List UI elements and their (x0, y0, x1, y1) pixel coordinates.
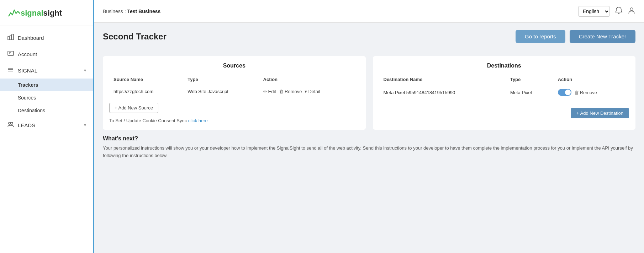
svg-point-11 (630, 8, 633, 11)
logo-text: signalsight (21, 9, 62, 18)
destinations-table: Destination Name Type Action Meta Pixel … (379, 74, 629, 99)
two-column-layout: Sources Source Name Type Action https://… (103, 56, 635, 130)
sources-table: Source Name Type Action https://zzgtech.… (109, 74, 359, 98)
content-area: Sources Source Name Type Action https://… (94, 49, 644, 253)
sidebar-item-signal-label: SIGNAL (18, 68, 80, 74)
svg-rect-2 (12, 34, 14, 40)
source-name-cell: https://zzgtech.com (109, 85, 183, 98)
destinations-panel: Destinations Destination Name Type Actio… (373, 56, 636, 130)
table-row: Meta Pixel 5959148418419515990 Meta Pixe… (379, 85, 629, 100)
language-select[interactable]: English Spanish French (578, 6, 610, 17)
sidebar-item-dashboard-label: Dashboard (18, 35, 86, 41)
svg-point-10 (11, 122, 13, 124)
sidebar-item-signal[interactable]: SIGNAL ▾ (0, 62, 93, 79)
cookie-consent-text: To Set / Update Cookie Consent Sync clic… (109, 118, 359, 123)
page-header: Second Tracker Go to reports Create New … (94, 23, 644, 49)
cookie-text: To Set / Update Cookie Consent Sync (109, 118, 187, 123)
cookie-click-here-link[interactable]: click here (188, 118, 208, 123)
dest-trash-icon: 🗑 (574, 90, 579, 95)
signal-icon (7, 66, 14, 74)
sources-panel-title: Sources (109, 63, 359, 69)
whats-next-text: Your personalized instructions will show… (103, 145, 635, 160)
source-action-cell: ✏ Edit 🗑 Remove ▾ Detail (259, 85, 359, 98)
sidebar-item-leads-label: LEADS (18, 122, 80, 128)
topbar-right: English Spanish French (578, 6, 635, 17)
svg-rect-0 (8, 37, 10, 40)
page-actions: Go to reports Create New Tracker (516, 30, 635, 43)
source-edit-button[interactable]: ✏ Edit (263, 89, 276, 94)
dest-action-buttons: 🗑 Remove (558, 89, 625, 96)
dest-remove-button[interactable]: 🗑 Remove (574, 90, 597, 95)
sources-col-action: Action (259, 74, 359, 85)
sidebar-item-destinations[interactable]: Destinations (0, 104, 93, 117)
topbar: Business : Test Business English Spanish… (94, 0, 644, 23)
page-title: Second Tracker (103, 32, 167, 42)
add-new-source-button[interactable]: + Add New Source (109, 103, 158, 113)
main-content: Business : Test Business English Spanish… (94, 0, 644, 253)
dashboard-icon (7, 34, 14, 42)
whats-next-title: What's next? (103, 135, 635, 142)
business-name: Test Business (127, 9, 160, 14)
topbar-business: Business : Test Business (103, 9, 160, 14)
sources-col-name: Source Name (109, 74, 183, 85)
trash-icon: 🗑 (279, 89, 284, 94)
toggle-track[interactable] (558, 89, 571, 96)
source-remove-button[interactable]: 🗑 Remove (279, 89, 302, 94)
svg-rect-1 (10, 35, 11, 40)
dest-action-cell: 🗑 Remove (554, 85, 629, 100)
svg-point-9 (9, 122, 11, 124)
edit-icon: ✏ (263, 89, 267, 94)
sidebar: signalsight Dashboard Account SIGNAL ▾ T… (0, 0, 94, 253)
svg-rect-3 (8, 51, 14, 55)
user-icon[interactable] (628, 6, 635, 16)
logo-icon (7, 6, 21, 20)
dest-col-type: Type (506, 74, 554, 85)
table-row: https://zzgtech.com Web Site Javascript … (109, 85, 359, 98)
sidebar-item-account-label: Account (18, 51, 86, 57)
add-new-destination-button[interactable]: + Add New Destination (571, 108, 629, 118)
logo-area: signalsight (0, 0, 93, 26)
create-new-tracker-button[interactable]: Create New Tracker (570, 30, 635, 43)
toggle-thumb (565, 90, 571, 95)
sidebar-item-trackers-label: Trackers (18, 82, 38, 88)
sidebar-nav: Dashboard Account SIGNAL ▾ Trackers Sour… (0, 26, 93, 253)
leads-chevron-icon: ▾ (84, 123, 86, 128)
business-label: Business : (103, 9, 126, 14)
dest-col-action: Action (554, 74, 629, 85)
go-to-reports-button[interactable]: Go to reports (516, 30, 565, 43)
sources-col-type: Type (183, 74, 259, 85)
sidebar-item-sources[interactable]: Sources (0, 91, 93, 104)
chevron-detail-icon: ▾ (305, 89, 307, 94)
dest-type-cell: Meta Pixel (506, 85, 554, 100)
sidebar-item-destinations-label: Destinations (18, 108, 45, 113)
source-type-cell: Web Site Javascript (183, 85, 259, 98)
sources-panel: Sources Source Name Type Action https://… (103, 56, 366, 130)
sidebar-item-leads[interactable]: LEADS ▾ (0, 117, 93, 133)
dest-name-cell: Meta Pixel 5959148418419515990 (379, 85, 506, 100)
whats-next-section: What's next? Your personalized instructi… (103, 135, 635, 167)
source-detail-button[interactable]: ▾ Detail (305, 89, 320, 94)
leads-icon (7, 121, 14, 129)
sidebar-item-dashboard[interactable]: Dashboard (0, 29, 93, 46)
dest-toggle[interactable] (558, 89, 571, 96)
source-action-buttons: ✏ Edit 🗑 Remove ▾ Detail (263, 89, 355, 94)
sidebar-item-account[interactable]: Account (0, 46, 93, 62)
sidebar-item-trackers[interactable]: Trackers (0, 79, 93, 91)
bell-icon[interactable] (615, 6, 623, 16)
destinations-panel-title: Destinations (379, 63, 629, 69)
chevron-down-icon: ▾ (84, 68, 86, 73)
account-icon (7, 50, 14, 58)
dest-col-name: Destination Name (379, 74, 506, 85)
sidebar-item-sources-label: Sources (18, 95, 36, 101)
